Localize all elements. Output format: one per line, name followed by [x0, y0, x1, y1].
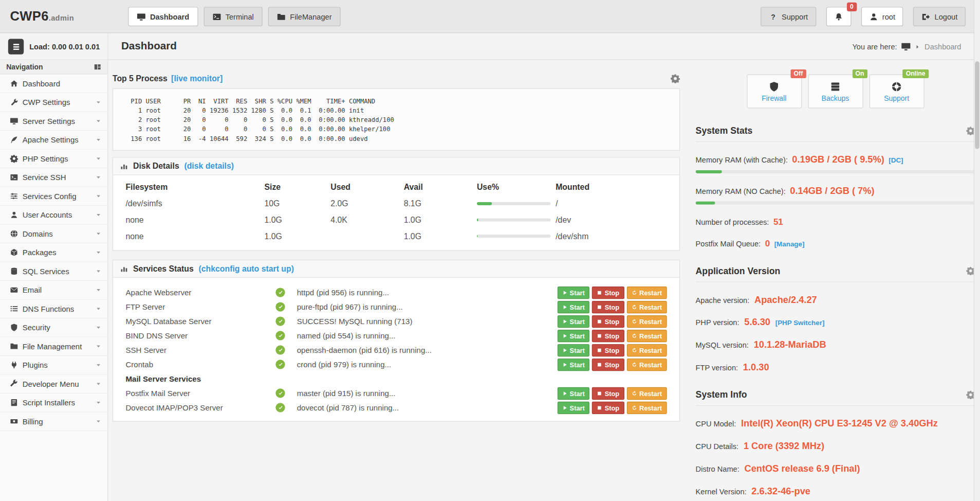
- dc-link[interactable]: [DC]: [889, 156, 903, 164]
- card-firewall[interactable]: OffFirewall: [747, 75, 802, 109]
- sidebar-item-user-accounts[interactable]: User Accounts: [0, 206, 107, 224]
- cwp-admin-page: CWP6.admin DashboardTerminalFileManager …: [0, 0, 980, 501]
- start-button[interactable]: Start: [557, 387, 589, 399]
- notifications-button[interactable]: 0: [826, 7, 851, 26]
- stop-button[interactable]: Stop: [592, 358, 624, 370]
- restart-button[interactable]: Restart: [627, 300, 667, 313]
- sidebar-item-domains[interactable]: Domains: [0, 225, 107, 243]
- disk-size: 1.0G: [264, 215, 330, 224]
- sidebar-item-file-management[interactable]: File Management: [0, 337, 107, 356]
- restart-button[interactable]: Restart: [627, 329, 667, 342]
- disk-avail: 1.0G: [404, 231, 477, 240]
- restart-button[interactable]: Restart: [627, 286, 667, 298]
- support-button[interactable]: ? Support: [761, 7, 816, 26]
- start-button[interactable]: Start: [557, 329, 589, 342]
- sidebar-item-billing[interactable]: Billing: [0, 412, 107, 431]
- service-status-text: master (pid 915) is running...: [297, 389, 558, 398]
- sidebar-item-script-installers[interactable]: Script Installers: [0, 393, 107, 412]
- sidebar-item-php-settings[interactable]: PHP Settings: [0, 150, 107, 168]
- nav-button-filemanager[interactable]: FileManager: [268, 7, 341, 26]
- start-button[interactable]: Start: [557, 344, 589, 356]
- manage-link[interactable]: [Manage]: [774, 240, 805, 248]
- stop-button[interactable]: Stop: [592, 315, 624, 327]
- nav-button-label: Dashboard: [150, 12, 189, 21]
- memory-nocache-bar: [696, 202, 975, 205]
- start-button[interactable]: Start: [557, 358, 589, 370]
- start-button[interactable]: Start: [557, 401, 589, 414]
- start-button[interactable]: Start: [557, 300, 589, 313]
- scrollbar[interactable]: [974, 0, 980, 501]
- disk-use-cell: [477, 202, 556, 205]
- sidebar-item-cwp-settings[interactable]: CWP Settings: [0, 93, 107, 112]
- sidebar-item-apache-settings[interactable]: Apache Settings: [0, 131, 107, 149]
- disk-details-link[interactable]: (disk details): [184, 162, 234, 171]
- sidebar-item-developer-menu[interactable]: Developer Menu: [0, 374, 107, 393]
- brand-name: CWP6: [10, 9, 48, 23]
- sidebar-item-plugins[interactable]: Plugins: [0, 356, 107, 374]
- stop-button[interactable]: Stop: [592, 401, 624, 414]
- layout-columns-icon[interactable]: [94, 63, 101, 71]
- stop-button[interactable]: Stop: [592, 300, 624, 313]
- sidebar-item-service-ssh[interactable]: Service SSH: [0, 168, 107, 187]
- stop-label: Stop: [605, 404, 619, 411]
- gear-icon[interactable]: [671, 74, 680, 83]
- restart-button[interactable]: Restart: [627, 401, 667, 414]
- sidebar-item-label: Dashboard: [23, 79, 60, 88]
- start-label: Start: [570, 289, 585, 296]
- restart-button[interactable]: Restart: [627, 315, 667, 327]
- play-icon: [562, 305, 567, 310]
- sidebar-item-dashboard[interactable]: Dashboard: [0, 75, 107, 93]
- sidebar-item-label: Email: [23, 285, 42, 294]
- sidebar-item-email[interactable]: Email: [0, 281, 107, 299]
- stop-button[interactable]: Stop: [592, 286, 624, 298]
- start-button[interactable]: Start: [557, 286, 589, 298]
- logout-button[interactable]: Logout: [913, 7, 966, 26]
- disk-size: 1.0G: [264, 231, 330, 240]
- user-button[interactable]: root: [861, 7, 903, 26]
- system-info-value: 1 Core (3392 MHz): [744, 440, 824, 451]
- sidebar-item-label: File Management: [23, 342, 82, 351]
- home-icon[interactable]: [901, 42, 911, 51]
- chkconfig-link[interactable]: (chkconfig auto start up): [199, 264, 294, 273]
- start-button[interactable]: Start: [557, 315, 589, 327]
- restart-button[interactable]: Restart: [627, 344, 667, 356]
- sidebar-item-services-config[interactable]: Services Config: [0, 187, 107, 206]
- nav-button-dashboard[interactable]: Dashboard: [128, 7, 198, 26]
- play-icon: [562, 405, 567, 410]
- sidebar-item-server-settings[interactable]: Server Settings: [0, 112, 107, 131]
- stop-button[interactable]: Stop: [592, 329, 624, 342]
- restart-button[interactable]: Restart: [627, 387, 667, 399]
- load-widget: Load: 0.00 0.01 0.01: [0, 34, 108, 60]
- sidebar-item-security[interactable]: Security: [0, 318, 107, 337]
- status-ok-icon: [275, 403, 285, 412]
- system-info-rows: CPU Model:Intel(R) Xeon(R) CPU E3-1245 V…: [696, 418, 975, 496]
- disk-use-cell: [477, 234, 556, 237]
- sidebar-item-packages[interactable]: Packages: [0, 243, 107, 262]
- sidebar-item-dns-functions[interactable]: DNS Functions: [0, 300, 107, 318]
- card-backups[interactable]: OnBackups: [808, 75, 863, 109]
- service-actions: StartStopRestart: [557, 344, 667, 356]
- stop-button[interactable]: Stop: [592, 344, 624, 356]
- start-label: Start: [570, 303, 585, 311]
- sidebar-item-sql-services[interactable]: SQL Services: [0, 262, 107, 281]
- live-monitor-link[interactable]: [live monitor]: [171, 74, 223, 83]
- service-actions: StartStopRestart: [557, 315, 667, 327]
- restart-button[interactable]: Restart: [627, 358, 667, 370]
- system-info-header: System Info: [696, 390, 975, 406]
- disk-use-bar-fill: [477, 218, 478, 221]
- stop-button[interactable]: Stop: [592, 387, 624, 399]
- chevron-right-icon: [915, 44, 920, 49]
- nav-button-terminal[interactable]: Terminal: [204, 7, 263, 26]
- sidebar-item-label: Billing: [23, 417, 43, 426]
- scrollbar-thumb[interactable]: [975, 61, 979, 149]
- sidebar-item-label: Service SSH: [23, 173, 66, 182]
- services-status-panel: Services Status (chkconfig auto start up…: [113, 260, 680, 422]
- disk-column-header: Mounted: [556, 182, 667, 191]
- card-support[interactable]: OnlineSupport: [869, 75, 924, 109]
- restart-label: Restart: [639, 317, 662, 325]
- disk-column-header: Filesystem: [125, 182, 264, 191]
- database-stack-icon: [8, 39, 24, 54]
- php-switcher-link[interactable]: [PHP Switcher]: [775, 319, 825, 327]
- disk-panel-title: Disk Details: [133, 162, 179, 171]
- page-title: Dashboard: [121, 40, 177, 52]
